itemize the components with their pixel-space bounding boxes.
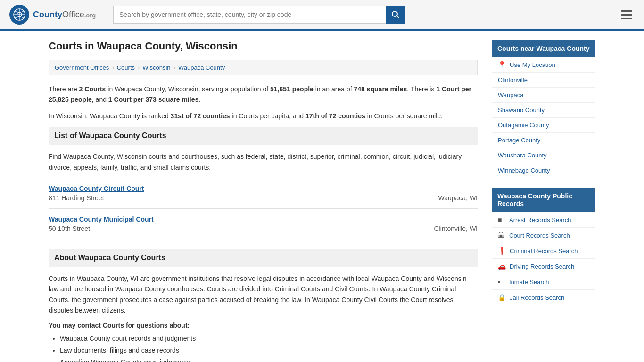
about-body: Courts in Waupaca County, WI are governm… (49, 273, 478, 316)
court-details-municipal: 50 10th Street Clintonville, WI (49, 225, 478, 232)
court-name-circuit: Waupaca County Circuit Court (49, 185, 478, 192)
bullet-item-2: Law documents, filings and case records (60, 345, 478, 356)
sidebar-item-waushara: Waushara County (492, 148, 595, 163)
contact-bullet-list: Waupaca County court records and judgmen… (49, 333, 478, 362)
criminal-icon: ❗ (498, 247, 506, 255)
description-para-1: There are 2 Courts in Waupaca County, Wi… (49, 84, 478, 105)
list-section-header: List of Waupaca County Courts (49, 127, 478, 145)
sidebar-item-use-my-location: 📍 Use My Location (492, 57, 595, 73)
jail-icon: 🔒 (498, 294, 506, 301)
menu-line (621, 18, 632, 19)
sidebar-item-arrest-records: ■ Arrest Records Search (492, 212, 595, 228)
sidebar-link-clintonville[interactable]: Clintonville (498, 76, 528, 83)
breadcrumb-sep: › (173, 64, 175, 71)
hamburger-menu-button[interactable] (619, 8, 635, 22)
sidebar-nearby-list: 📍 Use My Location Clintonville Waupaca S… (492, 57, 595, 178)
rank2-bold: 17th of 72 counties (305, 112, 365, 120)
sidebar-item-clintonville: Clintonville (492, 73, 595, 88)
about-section: About Waupaca County Courts Courts in Wa… (49, 249, 478, 362)
area-bold: 748 square miles (354, 85, 407, 93)
breadcrumb-waupaca[interactable]: Waupaca County (178, 64, 225, 71)
logo-icon (9, 5, 29, 25)
logo-ext: .org (84, 12, 96, 19)
logo-office: Office (62, 10, 84, 19)
description-para-2: In Wisconsin, Waupaca County is ranked 3… (49, 111, 478, 121)
arrest-icon: ■ (498, 216, 505, 223)
court-item-municipal: Waupaca County Municipal Court 50 10th S… (49, 209, 478, 239)
site-header: CountyOffice.org (0, 0, 644, 31)
driving-icon: 🚗 (498, 263, 506, 270)
sidebar-item-shawano: Shawano County (492, 103, 595, 118)
sidebar-item-winnebago: Winnebago County (492, 163, 595, 178)
sidebar-link-arrest-records[interactable]: Arrest Records Search (509, 216, 571, 223)
court-link-municipal[interactable]: Waupaca County Municipal Court (49, 215, 154, 223)
inmate-icon: ▪ (498, 278, 505, 286)
sidebar-link-winnebago[interactable]: Winnebago County (498, 167, 550, 174)
population-bold: 51,651 people (270, 85, 314, 93)
main-container: Courts in Waupaca County, Wisconsin Gove… (39, 31, 605, 362)
sidebar-link-jail-records[interactable]: Jail Records Search (510, 294, 564, 301)
ratio2-bold: 1 Court per 373 square miles (108, 96, 198, 103)
svg-line-5 (397, 16, 399, 18)
court-icon: 🏛 (498, 231, 505, 239)
breadcrumb-courts[interactable]: Courts (117, 64, 135, 71)
search-button[interactable] (386, 6, 405, 24)
court-count-bold: 2 Courts (79, 85, 106, 93)
search-icon (391, 10, 400, 19)
court-link-circuit[interactable]: Waupaca County Circuit Court (49, 185, 144, 192)
court-city-municipal: Clintonville, WI (434, 225, 478, 232)
location-pin-icon: 📍 (498, 61, 506, 68)
court-address-municipal: 50 10th Street (49, 225, 90, 232)
sidebar-item-criminal-records: ❗ Criminal Records Search (492, 243, 595, 259)
menu-line (621, 10, 632, 12)
sidebar-link-criminal-records[interactable]: Criminal Records Search (510, 247, 578, 255)
sidebar-item-driving-records: 🚗 Driving Records Search (492, 259, 595, 274)
breadcrumb: Government Offices › Courts › Wisconsin … (49, 60, 478, 75)
sidebar-records-title: Waupaca County Public Records (492, 188, 595, 212)
sidebar-link-use-my-location[interactable]: Use My Location (510, 61, 555, 68)
about-section-header: About Waupaca County Courts (49, 249, 478, 267)
bullet-item-3: Appealing Waupaca County court judgments (60, 356, 478, 362)
page-title: Courts in Waupaca County, Wisconsin (49, 40, 478, 52)
sidebar-item-inmate-search: ▪ Inmate Search (492, 274, 595, 290)
sidebar-item-jail-records: 🔒 Jail Records Search (492, 290, 595, 305)
breadcrumb-sep: › (138, 64, 140, 71)
sidebar-item-portage: Portage County (492, 133, 595, 148)
sidebar-records-list: ■ Arrest Records Search 🏛 Court Records … (492, 212, 595, 305)
sidebar-item-court-records: 🏛 Court Records Search (492, 228, 595, 243)
sidebar-link-driving-records[interactable]: Driving Records Search (510, 263, 574, 270)
sidebar-link-inmate-search[interactable]: Inmate Search (509, 279, 549, 286)
menu-line (621, 14, 632, 16)
sidebar-link-shawano[interactable]: Shawano County (498, 107, 545, 114)
sidebar-link-court-records[interactable]: Court Records Search (509, 232, 570, 239)
list-find-text: Find Waupaca County, Wisconsin courts an… (49, 151, 478, 173)
sidebar-link-waupaca[interactable]: Waupaca (498, 91, 523, 99)
breadcrumb-govt-offices[interactable]: Government Offices (55, 64, 109, 71)
court-address-circuit: 811 Harding Street (49, 194, 104, 202)
sidebar-link-waushara[interactable]: Waushara County (498, 152, 547, 159)
logo: CountyOffice.org (9, 5, 104, 25)
sidebar-nearby-title: Courts near Waupaca County (492, 40, 595, 57)
breadcrumb-wisconsin[interactable]: Wisconsin (142, 64, 170, 71)
content-area: Courts in Waupaca County, Wisconsin Gove… (49, 40, 478, 362)
court-details-circuit: 811 Harding Street Waupaca, WI (49, 194, 478, 202)
court-item-circuit: Waupaca County Circuit Court 811 Harding… (49, 178, 478, 209)
bullet-item-1: Waupaca County court records and judgmen… (60, 333, 478, 345)
rank1-bold: 31st of 72 counties (171, 112, 230, 120)
court-city-circuit: Waupaca, WI (438, 194, 478, 202)
logo-county: County (33, 10, 62, 19)
search-area (113, 6, 405, 24)
breadcrumb-sep: › (112, 64, 114, 71)
sidebar: Courts near Waupaca County 📍 Use My Loca… (492, 40, 595, 362)
search-input[interactable] (113, 6, 386, 24)
sidebar-item-outagamie: Outagamie County (492, 118, 595, 133)
court-name-municipal: Waupaca County Municipal Court (49, 215, 478, 223)
contact-title: You may contact Courts for questions abo… (49, 321, 478, 329)
sidebar-item-waupaca: Waupaca (492, 88, 595, 103)
sidebar-link-portage[interactable]: Portage County (498, 137, 540, 144)
sidebar-link-outagamie[interactable]: Outagamie County (498, 122, 549, 129)
